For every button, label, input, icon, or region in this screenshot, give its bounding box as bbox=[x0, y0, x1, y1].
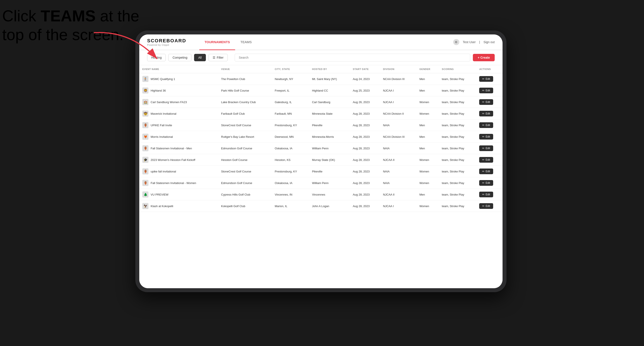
cell-event-name: 🏌️ MSMC Qualifying 1 bbox=[139, 73, 218, 85]
edit-button[interactable]: ✏ Edit bbox=[479, 76, 493, 82]
table-row: 🏺 UPIKE Fall Invite StoneCrest Golf Cour… bbox=[139, 120, 502, 131]
cell-start-date: Aug 25, 2023 bbox=[350, 85, 380, 96]
cell-event-name: 🏫 Carl Sandburg Women FA23 bbox=[139, 96, 218, 108]
sign-out-link[interactable]: Sign out bbox=[484, 40, 495, 44]
col-start-date: START DATE bbox=[350, 65, 380, 73]
cell-scoring: team, Stroke Play bbox=[439, 85, 476, 96]
cell-start-date: Aug 28, 2023 bbox=[350, 143, 380, 154]
cell-scoring: team, Stroke Play bbox=[439, 177, 476, 189]
edit-icon: ✏ bbox=[482, 170, 484, 173]
edit-button[interactable]: ✏ Edit bbox=[479, 99, 493, 105]
cell-city-state: Vincennes, IN bbox=[272, 189, 309, 200]
cell-gender: Women bbox=[416, 166, 439, 177]
cell-start-date: Aug 28, 2023 bbox=[350, 177, 380, 189]
cell-gender: Men bbox=[416, 189, 439, 200]
edit-button[interactable]: ✏ Edit bbox=[479, 180, 493, 186]
cell-gender: Men bbox=[416, 143, 439, 154]
cell-start-date: Aug 26, 2023 bbox=[350, 96, 380, 108]
cell-city-state: Prestonsburg, KY bbox=[272, 166, 309, 177]
edit-button[interactable]: ✏ Edit bbox=[479, 134, 493, 140]
event-name-text: Carl Sandburg Women FA23 bbox=[151, 101, 187, 104]
cell-venue: The Powelton Club bbox=[218, 73, 272, 85]
col-venue: VENUE bbox=[218, 65, 272, 73]
cell-venue: Faribault Golf Club bbox=[218, 108, 272, 120]
edit-button[interactable]: ✏ Edit bbox=[479, 88, 493, 93]
cell-start-date: Aug 28, 2023 bbox=[350, 154, 380, 166]
edit-icon: ✏ bbox=[482, 158, 484, 161]
event-name-text: Fall Statesmen Invitational - Men bbox=[151, 147, 192, 150]
cell-gender: Women bbox=[416, 108, 439, 120]
cell-gender: Women bbox=[416, 177, 439, 189]
event-name-text: MSMC Qualifying 1 bbox=[151, 77, 175, 81]
event-name-text: Morris Invitational bbox=[151, 135, 173, 139]
team-logo: 🦅 bbox=[142, 203, 148, 209]
create-button[interactable]: + Create bbox=[473, 54, 495, 61]
cell-hosted-by: Pikeville bbox=[309, 166, 350, 177]
tablet-frame: SCOREBOARD Powered by Clippit TOURNAMENT… bbox=[135, 30, 506, 292]
team-logo: 🤠 bbox=[142, 111, 148, 117]
edit-icon: ✏ bbox=[482, 101, 484, 104]
cell-city-state: Hesston, KS bbox=[272, 154, 309, 166]
cell-gender: Men bbox=[416, 73, 439, 85]
cell-start-date: Aug 24, 2023 bbox=[350, 73, 380, 85]
col-division: DIVISION bbox=[380, 65, 416, 73]
edit-button[interactable]: ✏ Edit bbox=[479, 111, 493, 116]
cell-venue: Hesston Golf Course bbox=[218, 154, 272, 166]
edit-icon: ✏ bbox=[482, 124, 484, 127]
cell-event-name: 🏺 upike fall invitational bbox=[139, 166, 218, 177]
table-row: 🤠 Maverick Invitational Faribault Golf C… bbox=[139, 108, 502, 120]
settings-icon[interactable]: ⚙ bbox=[453, 39, 459, 45]
edit-button[interactable]: ✏ Edit bbox=[479, 146, 493, 151]
cell-start-date: Aug 28, 2023 bbox=[350, 131, 380, 143]
cell-event-name: 🏺 Fall Statesmen Invitational - Women bbox=[139, 177, 218, 189]
cell-division: NAIA bbox=[380, 143, 416, 154]
cell-gender: Men bbox=[416, 85, 439, 96]
nav-link-teams[interactable]: TEAMS bbox=[235, 34, 257, 50]
cell-hosted-by: Murray State (OK) bbox=[309, 154, 350, 166]
edit-button[interactable]: ✏ Edit bbox=[479, 192, 493, 197]
cell-hosted-by: John A Logan bbox=[309, 200, 350, 212]
tournaments-table: EVENT NAME VENUE CITY, STATE HOSTED BY S… bbox=[139, 65, 502, 212]
team-logo: 🦊 bbox=[142, 134, 148, 140]
edit-icon: ✏ bbox=[482, 135, 484, 138]
cell-actions: ✏ Edit bbox=[476, 131, 502, 143]
cell-actions: ✏ Edit bbox=[476, 73, 502, 85]
cell-gender: Men bbox=[416, 131, 439, 143]
arrow-indicator bbox=[87, 28, 175, 72]
cell-division: NJCAA I bbox=[380, 96, 416, 108]
cell-start-date: Aug 28, 2023 bbox=[350, 189, 380, 200]
cell-city-state: Newburgh, NY bbox=[272, 73, 309, 85]
cell-event-name: 🏺 Fall Statesmen Invitational - Men bbox=[139, 143, 218, 154]
event-name-text: upike fall invitational bbox=[151, 170, 176, 173]
user-name: Test User bbox=[463, 40, 476, 44]
table-body: 🏌️ MSMC Qualifying 1 The Powelton Club N… bbox=[139, 73, 502, 212]
edit-button[interactable]: ✏ Edit bbox=[479, 122, 493, 128]
cell-division: NJCAA II bbox=[380, 189, 416, 200]
edit-button[interactable]: ✏ Edit bbox=[479, 169, 493, 174]
edit-icon: ✏ bbox=[482, 204, 484, 207]
cell-scoring: team, Stroke Play bbox=[439, 131, 476, 143]
cell-venue: Lake Bracken Country Club bbox=[218, 96, 272, 108]
edit-button[interactable]: ✏ Edit bbox=[479, 203, 493, 209]
col-hosted-by: HOSTED BY bbox=[309, 65, 350, 73]
tablet-screen: SCOREBOARD Powered by Clippit TOURNAMENT… bbox=[139, 34, 502, 288]
cell-actions: ✏ Edit bbox=[476, 96, 502, 108]
team-logo: 🎓 bbox=[142, 157, 148, 163]
nav-right: ⚙ Test User | Sign out bbox=[453, 39, 495, 45]
cell-scoring: team, Stroke Play bbox=[439, 73, 476, 85]
cell-start-date: Aug 28, 2023 bbox=[350, 108, 380, 120]
cell-gender: Men bbox=[416, 120, 439, 131]
team-logo: 🏫 bbox=[142, 99, 148, 105]
all-button[interactable]: All bbox=[194, 54, 206, 61]
filter-button[interactable]: ☰ Filter bbox=[208, 54, 228, 61]
table-row: 🏺 upike fall invitational StoneCrest Gol… bbox=[139, 166, 502, 177]
col-gender: GENDER bbox=[416, 65, 439, 73]
cell-division: NJCAA I bbox=[380, 85, 416, 96]
edit-button[interactable]: ✏ Edit bbox=[479, 157, 493, 163]
nav-link-tournaments[interactable]: TOURNAMENTS bbox=[199, 34, 235, 50]
team-logo: 🦁 bbox=[142, 87, 148, 94]
table-header: EVENT NAME VENUE CITY, STATE HOSTED BY S… bbox=[139, 65, 502, 73]
cell-scoring: team, Stroke Play bbox=[439, 200, 476, 212]
cell-venue: Cypress Hills Golf Club bbox=[218, 189, 272, 200]
search-input[interactable] bbox=[235, 54, 470, 61]
